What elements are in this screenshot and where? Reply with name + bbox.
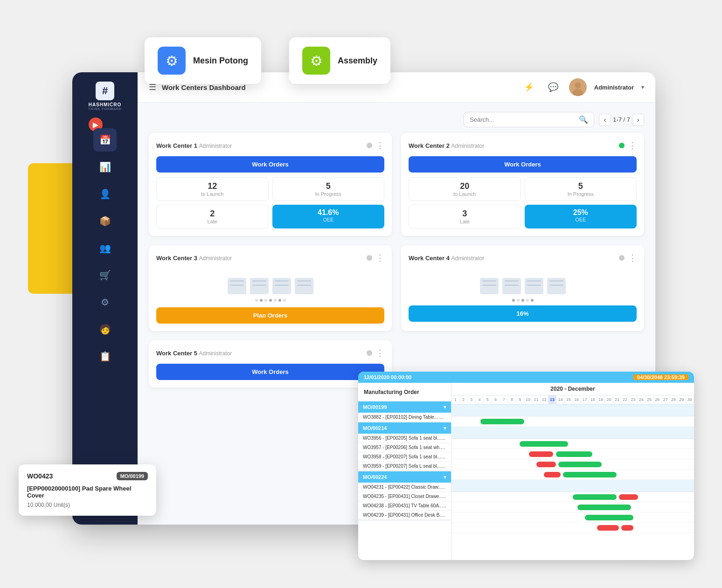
sidebar-item-box[interactable]: 📦 [93,209,117,233]
sidebar-item-dashboard[interactable]: 📅 [93,128,117,152]
gantt-bars-area [451,404,694,533]
gantt-bar-224-0a [573,494,617,500]
wc3-plan-btn[interactable]: Plan Orders [156,307,384,324]
cart-icon: 🛒 [99,270,111,281]
wc1-actions: ⋮ [367,140,384,151]
wo-tooltip-card: WO0423 MO/00199 [EPP00020000100] Pad Spa… [19,464,156,516]
gantt-day-17: 17 [581,395,589,404]
gantt-224-row-1 [451,502,694,512]
sidebar-item-users[interactable]: 👤 [93,182,117,206]
wc5-menu[interactable]: ⋮ [376,348,384,358]
svg-point-1 [575,83,581,89]
gantt-mo-224: MO/00224 ▾ WO04231 - [EP00422] Classic D… [358,471,451,520]
search-icon: 🔍 [579,115,588,124]
wc2-late-label: Late [415,219,515,224]
avatar[interactable] [569,78,587,96]
gantt-day-26: 26 [653,395,661,404]
wc1-progress-label: In Progress [278,191,379,197]
topbar-actions: ⚡ 💬 Administrator ▾ [521,78,644,96]
wc1-launch-label: to Launch [162,191,263,197]
sidebar-item-settings[interactable]: ⚙ [93,291,117,314]
wc2-status-dot [619,143,625,148]
placeholder-box-3 [272,278,291,294]
sidebar-item-report[interactable]: 📋 [93,345,117,368]
chat-button[interactable]: 💬 [545,79,562,96]
mesin-title: Mesin Potong [193,56,248,66]
wc4-dot-1 [512,299,515,302]
wc3-illustration [156,269,384,299]
gantt-day-23: 23 [629,395,637,404]
gantt-bar-214-2a [536,462,556,467]
wc2-late-value: 3 [415,209,515,219]
gantt-mo-224-item-3: WO04239 - [EP00431] Office Desk B... 4 d… [358,511,451,520]
wc5-subtitle: Administrator [199,350,232,357]
wc2-work-orders-btn[interactable]: Work Orders [409,156,637,173]
sidebar-item-cart[interactable]: 🛒 [93,263,117,287]
pagination-label: 1-7 / 7 [613,116,630,123]
wc3-menu[interactable]: ⋮ [376,253,384,263]
gantt-mo-224-item-2: WO04238 - [EP00431] TV Table 60A... 5 da… [358,501,451,511]
gantt-day-16: 16 [573,395,581,404]
mesin-potong-card: ⚙ Mesin Potong [145,37,261,84]
wc1-menu[interactable]: ⋮ [376,140,384,151]
gantt-day-19: 19 [597,395,605,404]
wc5-actions: ⋮ [367,348,384,358]
dot-2 [260,299,263,302]
wc1-in-progress: 5 In Progress [272,177,385,201]
dot-6 [278,299,281,302]
sidebar-item-person[interactable]: 🧑 [93,318,117,341]
gantt-day-9: 9 [516,395,524,404]
wc4-subtitle: Administrator [451,255,485,262]
sidebar-item-chart[interactable]: 📊 [93,155,117,179]
chevron-down-icon[interactable]: ▾ [641,84,644,90]
sidebar-nav: ▶ 📅 📊 👤 📦 👥 🛒 ⚙ � [72,125,138,368]
gantt-mo-224-expand: ▾ [444,474,446,480]
gantt-199-header-row [451,404,694,416]
wc4-menu[interactable]: ⋮ [628,253,637,263]
wc2-menu[interactable]: ⋮ [628,140,637,151]
sidebar-item-people[interactable]: 👥 [93,236,117,260]
gantt-mo-214-header[interactable]: MO/00214 ▾ [358,422,451,434]
gantt-day-7: 7 [500,395,508,404]
dot-3 [264,299,267,302]
wc2-title: Work Center 2 Administrator [409,142,484,149]
gantt-bar-214-1b [556,451,592,457]
wc2-launch-label: to Launch [415,191,515,197]
gantt-mo-224-label: MO/00224 [363,474,387,480]
dot-7 [283,299,286,302]
search-input[interactable] [470,116,579,123]
people-icon: 👥 [99,242,111,254]
brand-logo: # HASHMICRO THINK FORWARD [84,82,126,111]
gantt-day-22: 22 [621,395,629,404]
wc1-work-orders-btn[interactable]: Work Orders [156,156,384,173]
wc2-oee: 25% OEE [525,205,637,228]
gantt-224-row-0 [451,492,694,502]
gantt-mo-224-header[interactable]: MO/00224 ▾ [358,471,451,483]
product-name: [EPP00020000100] Pad Spare Wheel Cover [27,485,148,499]
gantt-mo-214-label: MO/00214 [363,425,387,431]
dashboard-icon: 📅 [99,134,111,145]
pagination-prev[interactable]: ‹ [599,114,611,126]
wc3-header: Work Center 3 Administrator ⋮ [156,253,384,263]
gantt-mo-224-item-1: WO04235 - [EP00431] Closet Drawe... 6 da… [358,492,451,501]
gantt-day-21: 21 [613,395,621,404]
wc2-subtitle: Administrator [451,143,485,149]
wc4-title: Work Center 4 Administrator [409,255,484,262]
wc1-oee-label: OEE [278,217,379,222]
gantt-month-year: 2020 - December [451,383,694,395]
work-center-2: Work Center 2 Administrator ⋮ Work Order… [401,133,644,236]
wc4-ph-2 [502,278,521,294]
gantt-mo-199-header[interactable]: MO/00199 ▾ [358,401,451,413]
pagination-next[interactable]: › [632,114,644,126]
admin-name[interactable]: Administrator [594,84,634,91]
gantt-day-5: 5 [484,395,492,404]
gantt-214-row-2 [451,459,694,470]
lightning-button[interactable]: ⚡ [521,79,537,96]
wc2-stats-row1: 20 to Launch 5 In Progress [409,177,637,201]
wc4-illustration [409,269,637,299]
wc1-title: Work Center 1 Administrator [156,142,232,149]
gantt-day-20: 20 [605,395,613,404]
work-centers-grid: Work Center 1 Administrator ⋮ Work Order… [149,133,644,387]
gantt-mo-214-item-0: WO3956 - [EP00205] Sofa 1 seat bl... 4 d… [358,434,451,443]
gantt-day-8: 8 [508,395,516,404]
